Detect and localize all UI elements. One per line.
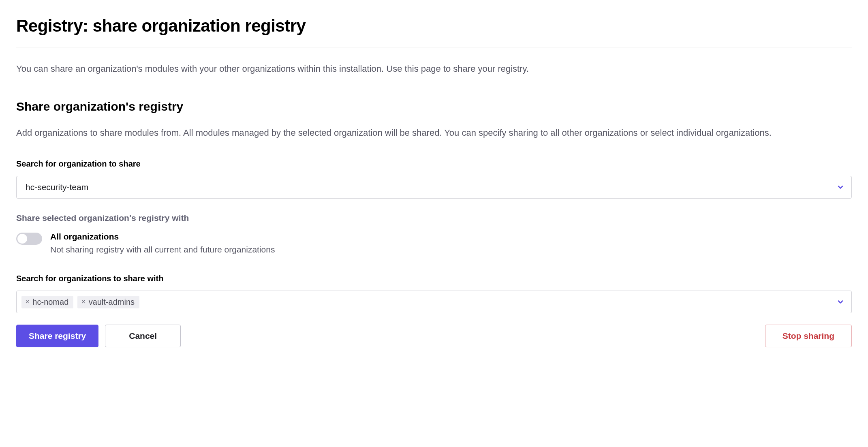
remove-tag-icon[interactable]: ×	[26, 298, 29, 306]
org-select[interactable]: hc-security-team	[16, 176, 852, 199]
section-description: Add organizations to share modules from.…	[16, 126, 786, 140]
share-registry-button[interactable]: Share registry	[16, 325, 98, 347]
toggle-title: All organizations	[50, 232, 275, 242]
all-orgs-toggle[interactable]	[16, 233, 42, 245]
tag-hc-nomad[interactable]: × hc-nomad	[21, 296, 73, 308]
targets-label: Search for organizations to share with	[16, 274, 852, 283]
org-select-value: hc-security-team	[26, 182, 88, 192]
org-select-label: Search for organization to share	[16, 159, 852, 169]
page-title: Registry: share organization registry	[16, 16, 852, 47]
toggle-description: Not sharing registry with all current an…	[50, 245, 275, 255]
remove-tag-icon[interactable]: ×	[81, 298, 85, 306]
stop-sharing-button[interactable]: Stop sharing	[765, 325, 852, 347]
cancel-button[interactable]: Cancel	[105, 325, 181, 347]
section-title: Share organization's registry	[16, 100, 852, 113]
page-description: You can share an organization's modules …	[16, 62, 852, 75]
toggle-knob	[17, 234, 27, 244]
share-with-label: Share selected organization's registry w…	[16, 213, 852, 223]
tag-vault-admins[interactable]: × vault-admins	[77, 296, 139, 308]
tag-label: vault-admins	[89, 297, 135, 307]
share-targets-input[interactable]: × hc-nomad × vault-admins	[16, 291, 852, 313]
tag-label: hc-nomad	[32, 297, 68, 307]
